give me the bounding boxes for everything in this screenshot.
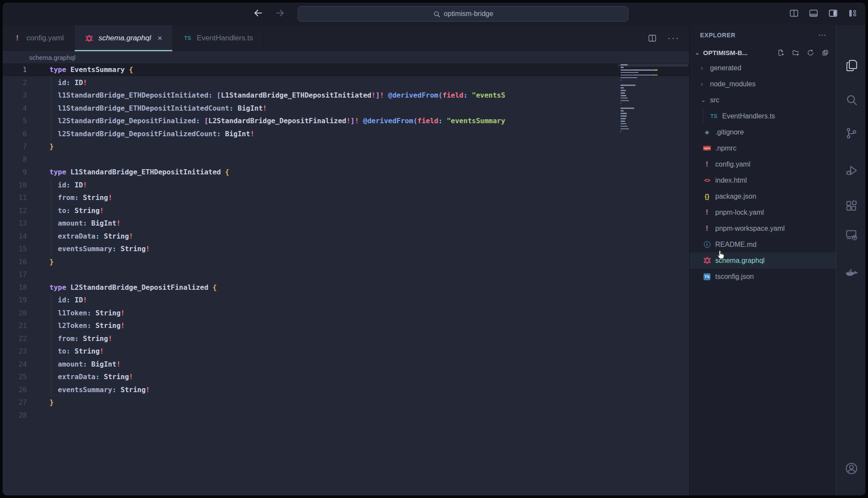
refresh-explorer-icon[interactable] [807, 49, 814, 56]
line-number[interactable]: 7 [3, 140, 27, 153]
line-number[interactable]: 24 [3, 358, 27, 371]
extensions-icon[interactable] [845, 200, 858, 213]
code-line[interactable]: 15 eventsSummary: String! [3, 242, 689, 256]
line-number[interactable]: 2 [3, 76, 27, 89]
run-and-debug-icon[interactable] [845, 164, 858, 177]
tree-folder-node_modules[interactable]: ›node_modules [690, 76, 836, 92]
line-number[interactable]: 27 [3, 396, 27, 409]
tree-item-pnpm-lock.yaml[interactable]: !pnpm-lock.yaml [690, 204, 836, 220]
code-line[interactable]: 27} [3, 396, 689, 409]
minimap[interactable] [621, 64, 682, 139]
line-number[interactable]: 17 [3, 268, 27, 281]
tree-item-pnpm-workspace.yaml[interactable]: !pnpm-workspace.yaml [690, 220, 836, 236]
code-line[interactable]: 21 l2Token: String! [3, 319, 689, 332]
code-line[interactable]: 8 [3, 153, 689, 166]
tree-item-index.html[interactable]: <>index.html [690, 172, 836, 188]
line-number[interactable]: 21 [3, 319, 27, 332]
line-number[interactable]: 10 [3, 179, 27, 192]
line-number[interactable]: 4 [3, 102, 27, 115]
toggle-primary-sidebar-icon[interactable] [789, 8, 799, 18]
code-line[interactable]: 4 l1StandardBridge_ETHDepositInitiatedCo… [3, 102, 689, 115]
breadcrumb[interactable]: schema.graphql [3, 51, 689, 63]
line-number[interactable]: 14 [3, 230, 27, 243]
tree-item-EventHandlers.ts[interactable]: TSEventHandlers.ts [690, 108, 836, 124]
workspace-row[interactable]: ⌄ OPTIMISM-B... [690, 45, 836, 60]
tree-folder-src[interactable]: ⌄src [690, 92, 836, 108]
code-line[interactable]: 16} [3, 256, 689, 269]
split-editor-icon[interactable] [648, 33, 657, 43]
line-number[interactable]: 19 [3, 294, 27, 307]
tree-item-README.md[interactable]: iREADME.md [690, 236, 836, 252]
new-file-icon[interactable] [777, 49, 785, 56]
line-number[interactable]: 23 [3, 345, 27, 358]
collapse-folders-icon[interactable] [822, 49, 829, 56]
line-number[interactable]: 22 [3, 332, 27, 345]
tree-item-package.json[interactable]: {}package.json [690, 188, 836, 204]
line-number[interactable]: 28 [3, 409, 27, 422]
code-line[interactable]: 11 from: String! [3, 191, 689, 204]
tab-EventHandlers.ts[interactable]: TSEventHandlers.ts [173, 25, 263, 51]
line-number[interactable]: 3 [3, 89, 27, 102]
code-line[interactable]: 13 amount: BigInt! [3, 217, 689, 230]
search-icon[interactable] [845, 94, 858, 107]
code-line[interactable]: 19 id: ID! [3, 294, 689, 307]
docker-icon[interactable] [845, 266, 858, 280]
tree-item-schema.graphql[interactable]: schema.graphql [690, 252, 836, 269]
line-number[interactable]: 20 [3, 307, 27, 320]
new-folder-icon[interactable] [792, 49, 799, 56]
close-icon[interactable]: × [158, 34, 162, 43]
tree-item-.gitignore[interactable]: ◆.gitignore [690, 124, 836, 140]
tree-item-.npmrc[interactable]: npm.npmrc [690, 140, 836, 156]
line-number[interactable]: 9 [3, 166, 27, 179]
line-number[interactable]: 12 [3, 204, 27, 217]
line-number[interactable]: 8 [3, 153, 27, 166]
line-number[interactable]: 13 [3, 217, 27, 230]
tree-folder-generated[interactable]: ›generated [690, 60, 836, 76]
toggle-secondary-sidebar-icon[interactable] [828, 8, 838, 18]
tree-item-tsconfig.json[interactable]: TStsconfig.json [690, 269, 836, 285]
code-editor[interactable]: 1type EventsSummary {2 id: ID!3 l1Standa… [3, 63, 689, 495]
code-line[interactable]: 14 extraData: String! [3, 230, 689, 243]
command-center-search[interactable]: optimism-bridge [298, 6, 628, 22]
more-actions-icon[interactable]: ··· [667, 36, 680, 40]
code-line[interactable]: 26 eventsSummary: String! [3, 383, 689, 396]
back-arrow-icon[interactable] [252, 7, 264, 19]
source-control-icon[interactable] [845, 127, 858, 140]
code-line[interactable]: 10 id: ID! [3, 179, 689, 192]
line-number[interactable]: 5 [3, 115, 27, 128]
line-number[interactable]: 11 [3, 191, 27, 204]
line-number[interactable]: 26 [3, 383, 27, 396]
code-line[interactable]: 5 l2StandardBridge_DepositFinalized: [L2… [3, 115, 689, 128]
toggle-panel-icon[interactable] [809, 8, 819, 18]
code-line[interactable]: 25 extraData: String! [3, 370, 689, 383]
code-line[interactable]: 9type L1StandardBridge_ETHDepositInitiat… [3, 166, 689, 179]
code-line[interactable]: 22 from: String! [3, 332, 689, 345]
line-number[interactable]: 6 [3, 128, 27, 141]
account-icon[interactable] [845, 462, 858, 475]
line-number[interactable]: 1 [3, 63, 27, 76]
code-line[interactable]: 7} [3, 140, 689, 153]
customize-layout-icon[interactable] [848, 8, 858, 18]
code-line[interactable]: 3 l1StandardBridge_ETHDepositInitiated: … [3, 89, 689, 102]
explorer-icon[interactable] [845, 59, 858, 72]
code-line[interactable]: 12 to: String! [3, 204, 689, 217]
tab-config.yaml[interactable]: !config.yaml [3, 25, 75, 51]
tab-schema.graphql[interactable]: schema.graphql× [75, 25, 173, 51]
code-line[interactable]: 2 id: ID! [3, 76, 689, 89]
code-line[interactable]: 28 [3, 409, 689, 422]
explorer-more-actions-icon[interactable]: ⋯ [818, 33, 827, 37]
code-line[interactable]: 20 l1Token: String! [3, 307, 689, 320]
code-line[interactable]: 6 l2StandardBridge_DepositFinalizedCount… [3, 128, 689, 141]
line-number[interactable]: 15 [3, 242, 27, 256]
code-line[interactable]: 17 [3, 268, 689, 281]
line-number[interactable]: 25 [3, 370, 27, 383]
code-line[interactable]: 1type EventsSummary { [3, 63, 689, 76]
line-number[interactable]: 18 [3, 281, 27, 294]
line-number[interactable]: 16 [3, 256, 27, 269]
code-line[interactable]: 18type L2StandardBridge_DepositFinalized… [3, 281, 689, 294]
tree-item-config.yaml[interactable]: !config.yaml [690, 156, 836, 172]
forward-arrow-icon[interactable] [274, 7, 286, 19]
remote-explorer-icon[interactable] [845, 228, 858, 241]
code-line[interactable]: 24 amount: BigInt! [3, 358, 689, 371]
code-line[interactable]: 23 to: String! [3, 345, 689, 358]
